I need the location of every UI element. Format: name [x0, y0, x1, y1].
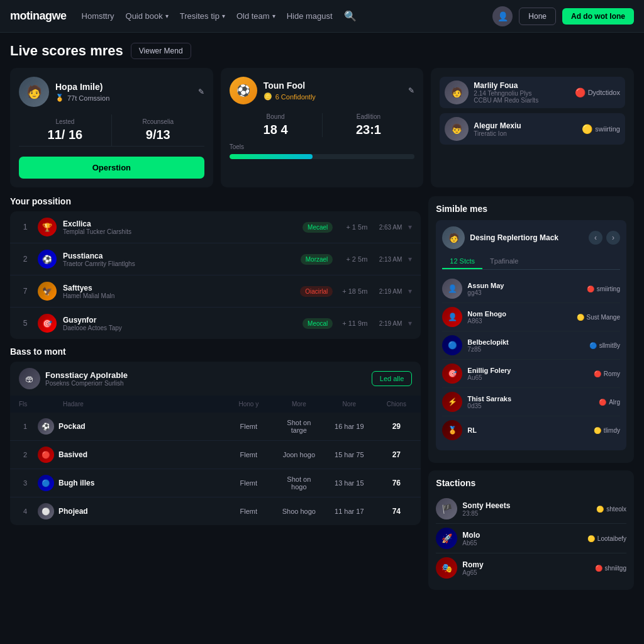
sim-player-row: 👤 Assun May gg43 🔴 smiirting [442, 275, 620, 303]
sim-prev-button[interactable]: ‹ [589, 231, 602, 245]
add-button[interactable]: Ad do wot Ione [562, 8, 634, 25]
station-badge: 🟡 shteolx [596, 506, 626, 513]
team-logo: 🔵 [38, 475, 54, 491]
sim-name: Desing Replertiorg Mack [470, 233, 558, 242]
pos-time: 2:13 AM [374, 256, 402, 263]
comparison-section: Bass to mont 🏟 Fonsstiacy Apolrable Pose… [10, 347, 421, 525]
similar-inner-card: 🧑 Desing Replertiorg Mack ‹ › 12 Stcts T… [436, 220, 626, 450]
chevron-down-icon[interactable]: ▾ [408, 287, 412, 296]
chevron-down-icon[interactable]: ▾ [408, 255, 412, 264]
pos-change: + 1 5m [339, 223, 367, 231]
tab-tpafinale[interactable]: Tpafinale [482, 254, 526, 269]
chevron-down-icon: ▾ [272, 13, 275, 19]
operstion-button[interactable]: Operstion [19, 157, 204, 179]
coin-icon: 🪙 [264, 92, 272, 101]
comparison-header[interactable]: 🏟 Fonsstiacy Apolrable Posekns Comperior… [10, 362, 421, 396]
team-logo: 🏆 [38, 218, 57, 236]
odds-bound: Bound 18 4 [230, 113, 322, 137]
odds-edition: Eadlition 23:1 [322, 113, 415, 137]
sim-player-avatar: 🔵 [442, 335, 462, 355]
home-button[interactable]: Hone [519, 8, 556, 25]
nav-links: Homsttry Quid book ▾ Tresites tip ▾ Old … [82, 10, 478, 22]
nav-link-hidemagust[interactable]: Hide magust [287, 11, 333, 21]
team-info: Safttyes Hamel Malial Maln [63, 284, 294, 299]
similar-card: Simible mes 🧑 Desing Replertiorg Mack ‹ … [428, 196, 634, 463]
nav-link-home[interactable]: Homsttry [82, 11, 114, 21]
stations-card: Stactions 🏴 Sonty Heeets 23:85 🟡 shteolx… [428, 470, 634, 590]
badge-icon: 🔴 [594, 370, 601, 377]
right-player-row-1: 🧑 Marlily Foua 2.14 Tehngnoliu Plys CCBU… [440, 77, 625, 108]
comparison-table-header: Fls Hadare Hono y More Nore Chions [10, 396, 421, 413]
sim-player-info: Thist Sarraks 0d35 [467, 395, 594, 409]
edit-icon[interactable]: ✎ [408, 86, 414, 95]
right-col: Simible mes 🧑 Desing Replertiorg Mack ‹ … [428, 196, 634, 590]
sim-player-avatar: 🎯 [442, 364, 462, 384]
tools-label: Toels [230, 143, 415, 150]
station-row: 🎭 Romy Ag65 🔴 shniitgg [436, 553, 626, 582]
team-logo: 🦅 [38, 282, 57, 301]
table-row: 1 ⚽ Pockad Flemt Shot on targe 16 har 19… [10, 413, 421, 441]
club-icon: 🏅 [55, 94, 64, 102]
player-meta: 🏅 77t Comssion [55, 94, 192, 102]
sim-player-badge: 🔴 Alrg [599, 399, 620, 406]
sim-player-row: ⚡ Thist Sarraks 0d35 🔴 Alrg [442, 388, 620, 416]
badge-icon-2: 🟡 [582, 124, 592, 134]
nav-link-quidbook[interactable]: Quid book ▾ [126, 11, 169, 21]
nav-link-oldteam[interactable]: Old team ▾ [236, 11, 275, 21]
team-logo: ⚪ [38, 503, 54, 519]
stations-title: Stactions [436, 478, 626, 488]
badge-icon: 🔴 [587, 286, 594, 292]
station-avatar: 🏴 [436, 498, 457, 519]
chevron-down-icon[interactable]: ▾ [408, 223, 412, 231]
station-info: Romy Ag65 [462, 560, 589, 576]
player-avatar-2: 👦 [445, 117, 469, 141]
pos-row-1: 1 🏆 Excllica Templal Tucker Ciarshits Me… [10, 211, 421, 243]
sim-next-button[interactable]: › [606, 231, 620, 245]
pos-row-4: 5 🎯 Gusynfor Daelooe Actoes Tapy Meocal … [10, 308, 421, 339]
sim-player-avatar: 🏅 [442, 420, 462, 440]
station-info: Sonty Heeets 23:85 [462, 501, 591, 517]
pos-change: + 18 5m [339, 287, 367, 295]
position-section: Your possition 1 🏆 Excllica Templal Tuck… [10, 196, 421, 339]
sim-controls: ‹ › [589, 231, 620, 245]
load-all-button[interactable]: Led alle [372, 371, 413, 386]
badge-icon: 🔴 [595, 565, 602, 572]
comparison-left: 🏟 Fonsstiacy Apolrable Posekns Comperior… [19, 368, 128, 389]
view-more-button[interactable]: Viewer Mend [131, 43, 191, 59]
sim-player-badge: 🔵 sllmit8y [589, 342, 620, 349]
avatar: 👤 [492, 6, 513, 26]
sim-player-badge: 🔴 smiirting [587, 286, 620, 292]
chevron-down-icon[interactable]: ▾ [408, 319, 412, 328]
sim-player-row: 🎯 Enillig Folery Au65 🔴 Romy [442, 360, 620, 388]
comparison-logo: 🏟 [19, 368, 40, 389]
tab-12stcts[interactable]: 12 Stcts [442, 254, 482, 269]
table-row: 4 ⚪ Phojead Flemt Shoo hogo 11 har 17 74 [10, 497, 421, 525]
top-cards-row: 🧑 Hopa Imile) 🏅 77t Comssion ✎ Lested 11… [10, 68, 634, 187]
sim-player-info: Nom Ehogo A863 [467, 310, 571, 325]
team-cell: ⚽ Pockad [38, 418, 217, 435]
main-content: Live scores mres Viewer Mend 🧑 Hopa Imil… [0, 33, 644, 600]
sim-player-info: Enillig Folery Au65 [467, 367, 589, 381]
team-logo: 🎯 [38, 314, 57, 333]
pos-badge-red: Oiacirlal [300, 286, 333, 297]
team-cell: 🔵 Bugh illes [38, 475, 217, 491]
pos-time: 2:19 AM [374, 320, 402, 327]
progress-bar [230, 154, 415, 159]
sim-player-info: Assun May gg43 [467, 282, 581, 296]
nav-link-tresites[interactable]: Tresites tip ▾ [180, 11, 225, 21]
sim-player-badge: 🟡 tlimdy [594, 427, 620, 434]
edit-icon[interactable]: ✎ [198, 87, 204, 96]
badge-icon: 🟡 [577, 314, 584, 321]
pos-badge: Morzael [301, 254, 333, 265]
badge-icon: 🔴 [599, 399, 606, 406]
pos-time: 2:63 AM [374, 224, 402, 231]
sim-avatar: 🧑 [442, 226, 465, 249]
player-header: 🧑 Hopa Imile) 🏅 77t Comssion ✎ [19, 77, 204, 107]
player-badge-1: 🔴 Dydtctidox [575, 87, 620, 97]
match-header: ⚽ Toun Fool 🪙 6 Confidontly ✎ [230, 77, 415, 104]
stats-row: Lested 11/ 16 Rcounselia 9/13 [19, 114, 204, 147]
player-info-2: Alegur Mexiu Tireratic Ion [474, 121, 577, 137]
search-icon[interactable]: 🔍 [344, 10, 357, 22]
pos-num: 2 [19, 255, 31, 264]
table-row: 2 🔴 Basived Flemt Joon hogo 15 har 75 27 [10, 441, 421, 469]
